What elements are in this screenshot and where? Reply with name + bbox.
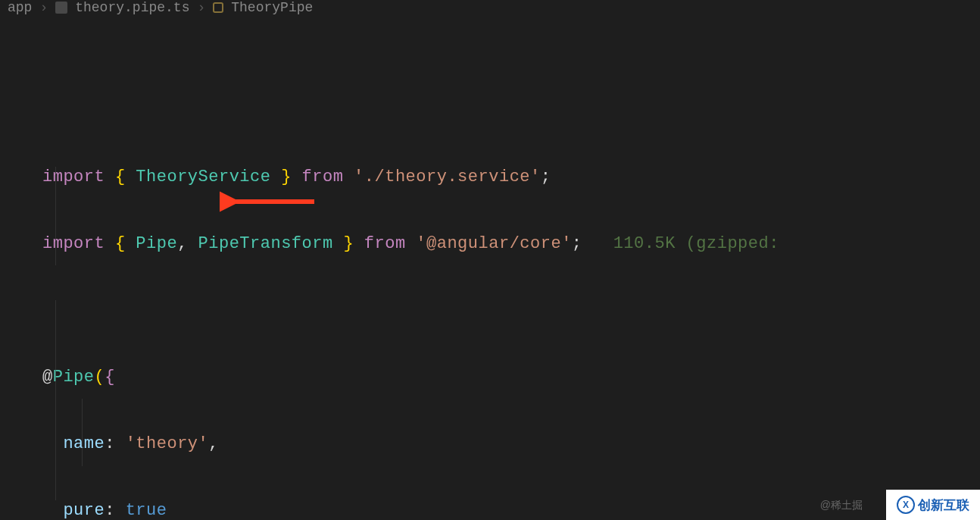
import-cost-hint: 110.5K (gzipped: <box>582 234 779 253</box>
breadcrumb-file[interactable]: theory.pipe.ts <box>75 0 189 15</box>
code-line[interactable]: import { Pipe, PipeTransform } from '@an… <box>42 227 938 261</box>
watermark-logo: X 创新互联 <box>886 490 980 520</box>
breadcrumb-symbol[interactable]: TheoryPipe <box>231 0 313 15</box>
code-line[interactable]: pure: true <box>42 494 938 520</box>
watermark-text: @稀土掘 <box>820 499 863 512</box>
breadcrumb: app › theory.pipe.ts › TheoryPipe <box>0 0 980 20</box>
file-icon <box>55 2 67 14</box>
chevron-right-icon: › <box>197 0 205 15</box>
logo-icon: X <box>897 496 915 514</box>
code-editor[interactable]: import { TheoryService } from './theory.… <box>0 20 980 520</box>
breadcrumb-root[interactable]: app <box>8 0 32 15</box>
code-line[interactable] <box>42 294 938 327</box>
code-line[interactable]: name: 'theory', <box>42 428 938 461</box>
class-icon <box>213 2 223 13</box>
chevron-right-icon: › <box>39 0 48 15</box>
code-line[interactable]: import { TheoryService } from './theory.… <box>42 161 938 194</box>
code-line[interactable]: @Pipe({ <box>42 361 938 394</box>
